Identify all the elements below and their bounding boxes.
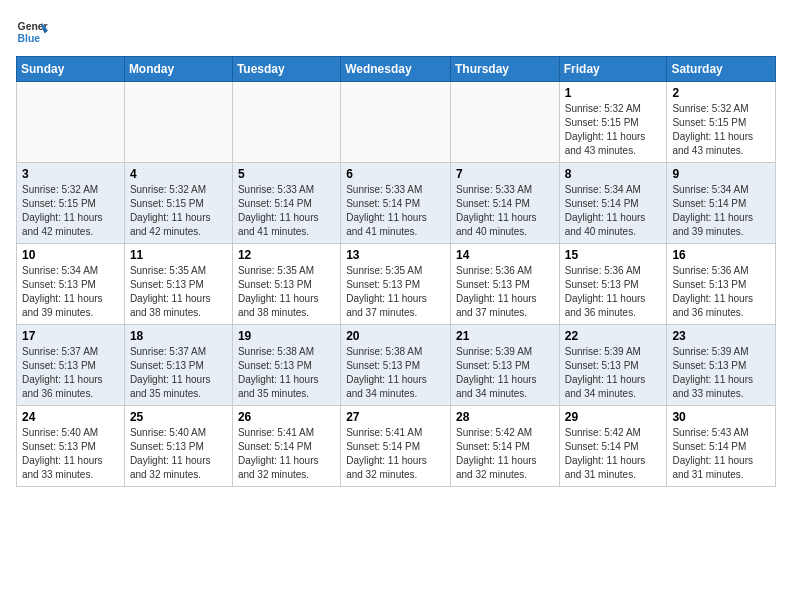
day-number: 30: [672, 410, 770, 424]
day-number: 13: [346, 248, 445, 262]
calendar-cell: 19Sunrise: 5:38 AM Sunset: 5:13 PM Dayli…: [232, 325, 340, 406]
day-header-sunday: Sunday: [17, 57, 125, 82]
day-info: Sunrise: 5:33 AM Sunset: 5:14 PM Dayligh…: [346, 183, 445, 239]
day-number: 4: [130, 167, 227, 181]
day-number: 27: [346, 410, 445, 424]
day-number: 8: [565, 167, 662, 181]
day-info: Sunrise: 5:32 AM Sunset: 5:15 PM Dayligh…: [130, 183, 227, 239]
day-number: 21: [456, 329, 554, 343]
week-row-0: 1Sunrise: 5:32 AM Sunset: 5:15 PM Daylig…: [17, 82, 776, 163]
page-header: General Blue: [16, 16, 776, 48]
day-info: Sunrise: 5:41 AM Sunset: 5:14 PM Dayligh…: [238, 426, 335, 482]
day-info: Sunrise: 5:39 AM Sunset: 5:13 PM Dayligh…: [672, 345, 770, 401]
day-info: Sunrise: 5:37 AM Sunset: 5:13 PM Dayligh…: [130, 345, 227, 401]
calendar-cell: 5Sunrise: 5:33 AM Sunset: 5:14 PM Daylig…: [232, 163, 340, 244]
day-header-tuesday: Tuesday: [232, 57, 340, 82]
day-number: 3: [22, 167, 119, 181]
day-info: Sunrise: 5:35 AM Sunset: 5:13 PM Dayligh…: [238, 264, 335, 320]
calendar-cell: 30Sunrise: 5:43 AM Sunset: 5:14 PM Dayli…: [667, 406, 776, 487]
day-info: Sunrise: 5:36 AM Sunset: 5:13 PM Dayligh…: [456, 264, 554, 320]
day-number: 7: [456, 167, 554, 181]
day-info: Sunrise: 5:36 AM Sunset: 5:13 PM Dayligh…: [672, 264, 770, 320]
day-info: Sunrise: 5:32 AM Sunset: 5:15 PM Dayligh…: [565, 102, 662, 158]
calendar-cell: 7Sunrise: 5:33 AM Sunset: 5:14 PM Daylig…: [450, 163, 559, 244]
week-row-2: 10Sunrise: 5:34 AM Sunset: 5:13 PM Dayli…: [17, 244, 776, 325]
day-info: Sunrise: 5:38 AM Sunset: 5:13 PM Dayligh…: [346, 345, 445, 401]
day-info: Sunrise: 5:42 AM Sunset: 5:14 PM Dayligh…: [456, 426, 554, 482]
day-number: 16: [672, 248, 770, 262]
day-info: Sunrise: 5:40 AM Sunset: 5:13 PM Dayligh…: [130, 426, 227, 482]
day-number: 26: [238, 410, 335, 424]
calendar-cell: 29Sunrise: 5:42 AM Sunset: 5:14 PM Dayli…: [559, 406, 667, 487]
calendar-cell: 8Sunrise: 5:34 AM Sunset: 5:14 PM Daylig…: [559, 163, 667, 244]
day-header-friday: Friday: [559, 57, 667, 82]
day-info: Sunrise: 5:39 AM Sunset: 5:13 PM Dayligh…: [456, 345, 554, 401]
calendar-cell: 2Sunrise: 5:32 AM Sunset: 5:15 PM Daylig…: [667, 82, 776, 163]
calendar-cell: 10Sunrise: 5:34 AM Sunset: 5:13 PM Dayli…: [17, 244, 125, 325]
week-row-3: 17Sunrise: 5:37 AM Sunset: 5:13 PM Dayli…: [17, 325, 776, 406]
day-number: 20: [346, 329, 445, 343]
day-number: 17: [22, 329, 119, 343]
calendar-cell: 13Sunrise: 5:35 AM Sunset: 5:13 PM Dayli…: [341, 244, 451, 325]
calendar-cell: [450, 82, 559, 163]
week-row-1: 3Sunrise: 5:32 AM Sunset: 5:15 PM Daylig…: [17, 163, 776, 244]
calendar-cell: 9Sunrise: 5:34 AM Sunset: 5:14 PM Daylig…: [667, 163, 776, 244]
calendar-cell: 17Sunrise: 5:37 AM Sunset: 5:13 PM Dayli…: [17, 325, 125, 406]
day-info: Sunrise: 5:32 AM Sunset: 5:15 PM Dayligh…: [672, 102, 770, 158]
calendar-cell: 6Sunrise: 5:33 AM Sunset: 5:14 PM Daylig…: [341, 163, 451, 244]
calendar-cell: 28Sunrise: 5:42 AM Sunset: 5:14 PM Dayli…: [450, 406, 559, 487]
day-info: Sunrise: 5:34 AM Sunset: 5:14 PM Dayligh…: [565, 183, 662, 239]
day-number: 23: [672, 329, 770, 343]
day-number: 6: [346, 167, 445, 181]
day-info: Sunrise: 5:35 AM Sunset: 5:13 PM Dayligh…: [346, 264, 445, 320]
day-number: 11: [130, 248, 227, 262]
day-info: Sunrise: 5:34 AM Sunset: 5:13 PM Dayligh…: [22, 264, 119, 320]
logo: General Blue: [16, 16, 48, 48]
day-info: Sunrise: 5:34 AM Sunset: 5:14 PM Dayligh…: [672, 183, 770, 239]
week-row-4: 24Sunrise: 5:40 AM Sunset: 5:13 PM Dayli…: [17, 406, 776, 487]
calendar-cell: 24Sunrise: 5:40 AM Sunset: 5:13 PM Dayli…: [17, 406, 125, 487]
calendar-cell: [232, 82, 340, 163]
calendar-cell: 16Sunrise: 5:36 AM Sunset: 5:13 PM Dayli…: [667, 244, 776, 325]
calendar-cell: 22Sunrise: 5:39 AM Sunset: 5:13 PM Dayli…: [559, 325, 667, 406]
day-info: Sunrise: 5:36 AM Sunset: 5:13 PM Dayligh…: [565, 264, 662, 320]
day-number: 18: [130, 329, 227, 343]
day-number: 29: [565, 410, 662, 424]
logo-icon: General Blue: [16, 16, 48, 48]
day-number: 5: [238, 167, 335, 181]
day-number: 25: [130, 410, 227, 424]
day-info: Sunrise: 5:37 AM Sunset: 5:13 PM Dayligh…: [22, 345, 119, 401]
day-info: Sunrise: 5:43 AM Sunset: 5:14 PM Dayligh…: [672, 426, 770, 482]
svg-text:Blue: Blue: [18, 33, 41, 44]
calendar-cell: 26Sunrise: 5:41 AM Sunset: 5:14 PM Dayli…: [232, 406, 340, 487]
day-header-thursday: Thursday: [450, 57, 559, 82]
day-info: Sunrise: 5:32 AM Sunset: 5:15 PM Dayligh…: [22, 183, 119, 239]
calendar-cell: 11Sunrise: 5:35 AM Sunset: 5:13 PM Dayli…: [124, 244, 232, 325]
calendar-cell: 25Sunrise: 5:40 AM Sunset: 5:13 PM Dayli…: [124, 406, 232, 487]
calendar-cell: 12Sunrise: 5:35 AM Sunset: 5:13 PM Dayli…: [232, 244, 340, 325]
day-number: 24: [22, 410, 119, 424]
day-number: 22: [565, 329, 662, 343]
day-number: 9: [672, 167, 770, 181]
calendar-cell: 14Sunrise: 5:36 AM Sunset: 5:13 PM Dayli…: [450, 244, 559, 325]
calendar-cell: 18Sunrise: 5:37 AM Sunset: 5:13 PM Dayli…: [124, 325, 232, 406]
calendar-table: SundayMondayTuesdayWednesdayThursdayFrid…: [16, 56, 776, 487]
day-number: 14: [456, 248, 554, 262]
day-number: 10: [22, 248, 119, 262]
day-header-monday: Monday: [124, 57, 232, 82]
day-info: Sunrise: 5:40 AM Sunset: 5:13 PM Dayligh…: [22, 426, 119, 482]
day-info: Sunrise: 5:35 AM Sunset: 5:13 PM Dayligh…: [130, 264, 227, 320]
day-number: 1: [565, 86, 662, 100]
day-header-wednesday: Wednesday: [341, 57, 451, 82]
day-number: 15: [565, 248, 662, 262]
calendar-cell: 1Sunrise: 5:32 AM Sunset: 5:15 PM Daylig…: [559, 82, 667, 163]
calendar-cell: [17, 82, 125, 163]
day-number: 12: [238, 248, 335, 262]
day-number: 28: [456, 410, 554, 424]
day-header-saturday: Saturday: [667, 57, 776, 82]
day-info: Sunrise: 5:33 AM Sunset: 5:14 PM Dayligh…: [456, 183, 554, 239]
day-number: 19: [238, 329, 335, 343]
day-info: Sunrise: 5:38 AM Sunset: 5:13 PM Dayligh…: [238, 345, 335, 401]
day-info: Sunrise: 5:39 AM Sunset: 5:13 PM Dayligh…: [565, 345, 662, 401]
day-info: Sunrise: 5:42 AM Sunset: 5:14 PM Dayligh…: [565, 426, 662, 482]
